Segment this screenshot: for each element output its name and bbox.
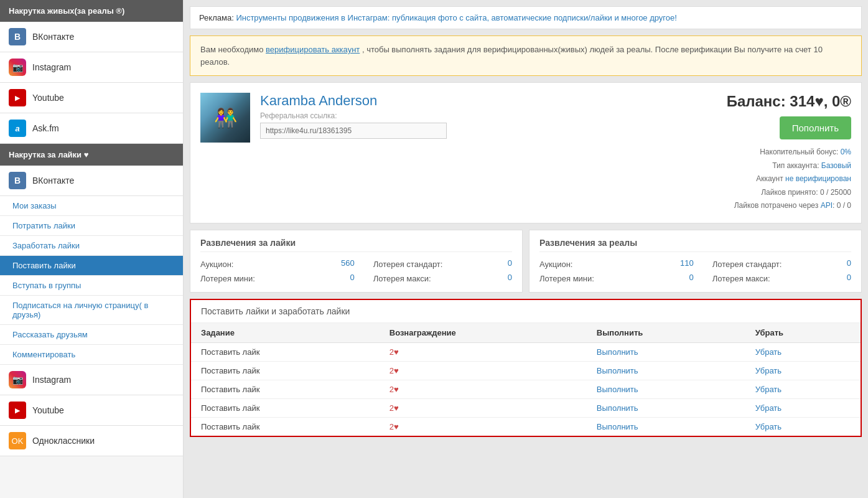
task-reward-1: 2♥ (380, 361, 587, 380)
likes-accepted-label: Лайков принято: (761, 188, 818, 197)
ent-realy-grid: Аукцион: 110 Лотерея стандарт: 0 Лотерея… (539, 258, 851, 284)
tasks-title: Поставить лайки и заработать лайки (191, 300, 861, 323)
auction-likes-value[interactable]: 560 (341, 258, 367, 270)
col-reward: Вознаграждение (380, 323, 587, 343)
task-reward-3: 2♥ (380, 398, 587, 417)
spend-likes-link: Потратить лайки (12, 221, 75, 230)
auction-realy-label: Аукцион: (539, 258, 680, 270)
task-execute-1[interactable]: Выполнить (587, 361, 745, 380)
table-row: Поставить лайк 2♥ Выполнить Убрать (191, 398, 861, 417)
account-type-link[interactable]: Базовый (821, 161, 851, 170)
lottery-mini-likes-value[interactable]: 0 (341, 273, 367, 284)
sidebar-item-youtube2[interactable]: ▶ Youtube (0, 395, 183, 426)
col-remove: Убрать (745, 323, 861, 343)
join-groups-link: Вступать в группы (12, 281, 81, 290)
subscribe-page-link: Подписаться на личную страницу( в друзья… (12, 301, 174, 319)
bonus-label: Накопительный бонус: (760, 148, 838, 156)
sidebar-item-instagram2-label: Instagram (32, 375, 71, 385)
ent-realy-title: Развлечения за реалы (539, 238, 851, 252)
task-name-0: Поставить лайк (191, 342, 380, 361)
sidebar-item-ok[interactable]: OK Одноклассники (0, 426, 183, 456)
table-row: Поставить лайк 2♥ Выполнить Убрать (191, 380, 861, 398)
task-name-2: Поставить лайк (191, 380, 380, 398)
lottery-maxi-likes-value[interactable]: 0 (508, 273, 512, 284)
lottery-mini-realy-value[interactable]: 0 (680, 273, 706, 284)
profile-info: Karamba Anderson Реферальная ссылка: (260, 93, 727, 139)
lottery-std-likes-value[interactable]: 0 (508, 258, 512, 270)
auction-likes-label: Аукцион: (200, 258, 341, 270)
lottery-mini-likes-label: Лотерея мини: (200, 273, 341, 284)
sidebar-item-youtube2-label: Youtube (32, 405, 64, 415)
sidebar-sub-subscribe-page[interactable]: Подписаться на личную страницу( в друзья… (0, 296, 183, 325)
vk-icon2: В (9, 172, 26, 189)
task-execute-4[interactable]: Выполнить (587, 417, 745, 436)
task-remove-3[interactable]: Убрать (745, 398, 861, 417)
profile-balance: Баланс: 314♥, 0® Пополнить Накопительный… (727, 93, 851, 213)
instagram2-icon: 📷 (9, 371, 26, 388)
sidebar-sub-comment[interactable]: Комментировать (0, 345, 183, 365)
sidebar-item-youtube[interactable]: ▶ Youtube (0, 83, 183, 113)
auction-realy-value[interactable]: 110 (680, 258, 706, 270)
ask-icon: a (9, 120, 26, 137)
top-up-button[interactable]: Пополнить (780, 116, 851, 139)
task-execute-0[interactable]: Выполнить (587, 342, 745, 361)
account-verify-link[interactable]: не верифицирован (785, 174, 851, 183)
sidebar-item-vk[interactable]: В ВКонтакте (0, 22, 183, 52)
task-execute-2[interactable]: Выполнить (587, 380, 745, 398)
tell-friends-link: Рассказать друзьям (12, 330, 88, 339)
task-name-4: Поставить лайк (191, 417, 380, 436)
account-type-label: Тип аккаунта: (772, 161, 819, 170)
account-verify-label: Аккаунт (756, 174, 783, 183)
likes-api-value: 0 / 0 (837, 201, 851, 210)
sidebar-item-vk2-label: ВКонтакте (32, 176, 74, 186)
lottery-mini-realy-label: Лотерея мини: (539, 273, 680, 284)
task-remove-0[interactable]: Убрать (745, 342, 861, 361)
sidebar-sub-spend-likes[interactable]: Потратить лайки (0, 216, 183, 236)
task-remove-1[interactable]: Убрать (745, 361, 861, 380)
bonus-value: 0% (841, 148, 851, 156)
sidebar-section2-title: Накрутка за лайки ♥ (0, 144, 183, 166)
tasks-table: Задание Вознаграждение Выполнить Убрать … (191, 323, 861, 436)
sidebar-sub-tell-friends[interactable]: Рассказать друзьям (0, 325, 183, 345)
sidebar-item-instagram-label: Instagram (32, 62, 71, 72)
earn-likes-link: Заработать лайки (12, 241, 80, 250)
comment-link: Комментировать (12, 350, 75, 359)
entertainment-realy-box: Развлечения за реалы Аукцион: 110 Лотере… (529, 230, 862, 293)
balance-text: Баланс: 314♥, 0® (727, 93, 851, 110)
lottery-maxi-likes-label: Лотерея макси: (367, 273, 508, 284)
verify-warning: Вам необходимо верифицировать аккаунт , … (190, 35, 862, 76)
col-task: Задание (191, 323, 380, 343)
task-name-1: Поставить лайк (191, 361, 380, 380)
likes-api-label: Лайков потрачено через (734, 201, 819, 210)
instagram-icon: 📷 (9, 59, 26, 76)
vk-icon: В (9, 28, 26, 45)
sidebar-item-instagram[interactable]: 📷 Instagram (0, 52, 183, 83)
lottery-std-realy-value[interactable]: 0 (847, 258, 851, 270)
sidebar-item-vk2[interactable]: В ВКонтакте (0, 166, 183, 196)
lottery-maxi-realy-value[interactable]: 0 (847, 273, 851, 284)
my-orders-link: Мои заказы (12, 201, 57, 210)
sidebar-sub-my-orders[interactable]: Мои заказы (0, 196, 183, 216)
task-remove-2[interactable]: Убрать (745, 380, 861, 398)
avatar-image: 👫 (200, 93, 250, 143)
ad-prefix: Реклама: (199, 13, 234, 22)
table-row: Поставить лайк 2♥ Выполнить Убрать (191, 417, 861, 436)
col-execute: Выполнить (587, 323, 745, 343)
sidebar-sub-join-groups[interactable]: Вступать в группы (0, 276, 183, 296)
sidebar-item-askfm[interactable]: a Ask.fm (0, 113, 183, 144)
lottery-std-realy-label: Лотерея стандарт: (706, 258, 847, 270)
ad-link[interactable]: Инструменты продвижения в Инстаграм: пуб… (236, 13, 677, 22)
sidebar-sub-post-likes[interactable]: Поставить лайки (0, 256, 183, 276)
task-execute-3[interactable]: Выполнить (587, 398, 745, 417)
ref-label: Реферальная ссылка: (260, 111, 727, 120)
task-remove-4[interactable]: Убрать (745, 417, 861, 436)
sidebar-sub-earn-likes[interactable]: Заработать лайки (0, 236, 183, 256)
likes-api-link[interactable]: API (821, 201, 833, 210)
ref-url-input[interactable] (260, 123, 447, 139)
task-reward-4: 2♥ (380, 417, 587, 436)
sidebar-item-instagram2[interactable]: 📷 Instagram (0, 365, 183, 395)
post-likes-link: Поставить лайки (12, 261, 76, 270)
ent-likes-grid: Аукцион: 560 Лотерея стандарт: 0 Лотерея… (200, 258, 512, 284)
youtube-icon: ▶ (9, 89, 26, 106)
verify-link[interactable]: верифицировать аккаунт (266, 45, 360, 54)
